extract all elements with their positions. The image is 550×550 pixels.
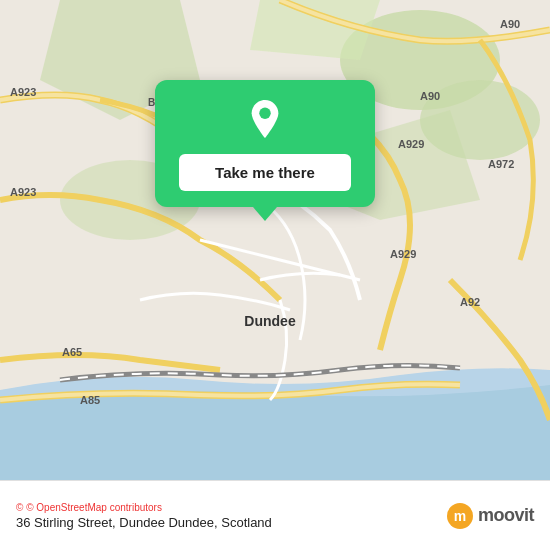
osm-credit-text: © OpenStreetMap contributors [26, 502, 162, 513]
svg-text:A929: A929 [390, 248, 416, 260]
svg-text:Dundee: Dundee [244, 313, 296, 329]
footer: © © OpenStreetMap contributors 36 Stirli… [0, 480, 550, 550]
svg-text:A85: A85 [80, 394, 100, 406]
moovit-m-icon: m [446, 502, 474, 530]
moovit-wordmark: moovit [478, 505, 534, 526]
svg-text:A90: A90 [500, 18, 520, 30]
footer-left: © © OpenStreetMap contributors 36 Stirli… [16, 502, 272, 530]
footer-address: 36 Stirling Street, Dundee Dundee, Scotl… [16, 515, 272, 530]
svg-text:A929: A929 [398, 138, 424, 150]
osm-credit: © © OpenStreetMap contributors [16, 502, 272, 513]
map-svg: A90 A923 A923 B960 A90 A929 A929 A972 A9… [0, 0, 550, 480]
svg-text:A972: A972 [488, 158, 514, 170]
location-pin-icon [244, 98, 286, 140]
map-container: A90 A923 A923 B960 A90 A929 A929 A972 A9… [0, 0, 550, 480]
moovit-logo: m moovit [446, 502, 534, 530]
popup-card: Take me there [155, 80, 375, 207]
svg-text:A65: A65 [62, 346, 82, 358]
osm-copyright-symbol: © [16, 502, 23, 513]
svg-text:A923: A923 [10, 86, 36, 98]
svg-text:A90: A90 [420, 90, 440, 102]
svg-text:A92: A92 [460, 296, 480, 308]
svg-text:A923: A923 [10, 186, 36, 198]
svg-text:m: m [454, 508, 466, 524]
svg-point-19 [259, 108, 270, 119]
take-me-there-button[interactable]: Take me there [179, 154, 351, 191]
